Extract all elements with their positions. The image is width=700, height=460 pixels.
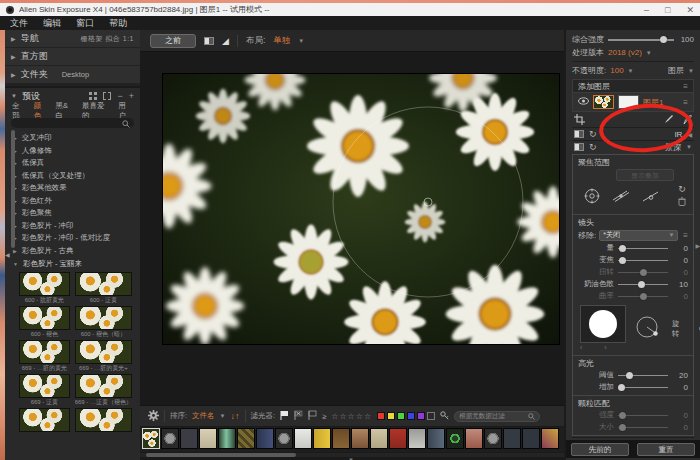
trash-icon[interactable] (678, 197, 686, 208)
preset-category[interactable]: ▶ 低保真（交叉处理） (5, 170, 140, 183)
pen-icon[interactable] (682, 114, 692, 126)
preset-category[interactable]: ▶ 彩色胶片 - 冲印 (5, 220, 140, 233)
filmstrip-thumbnail[interactable] (408, 428, 426, 449)
keyword-key-icon[interactable] (440, 411, 449, 422)
preset-category[interactable]: ▶ 人像修饰 (5, 145, 140, 158)
preset-thumbnail[interactable]: 600 - 褪色 (19, 306, 70, 338)
filmstrip-thumbnail[interactable] (161, 428, 179, 449)
color-swatch[interactable] (387, 412, 395, 420)
preset-category[interactable]: ▶ 彩色其他效果 (5, 182, 140, 195)
filmstrip-thumbnail[interactable] (332, 428, 350, 449)
filmstrip-thumbnail[interactable] (180, 428, 198, 449)
preset-category[interactable]: ▶ 彩色红外 (5, 195, 140, 208)
panel-header-ir[interactable]: ↻ IR ◀ (572, 127, 694, 140)
preset-thumbnail[interactable]: 669 - 泛黄 (19, 374, 70, 406)
layer-mask-thumbnail[interactable] (618, 95, 639, 109)
filmstrip-thumbnail[interactable] (389, 428, 407, 449)
filmstrip-thumbnail[interactable] (370, 428, 388, 449)
panel-header-bokeh[interactable]: ↻ 景深 ▼ (572, 140, 694, 153)
minimize-button[interactable]: – (644, 5, 649, 15)
preset-category[interactable]: ▶ 彩色聚焦 (5, 207, 140, 220)
chevron-left-icon[interactable]: ◀ (687, 131, 692, 138)
flag-unflagged-icon[interactable] (308, 410, 317, 422)
reset-button[interactable]: 重置 (637, 443, 695, 456)
close-button[interactable]: ✕ (686, 5, 694, 15)
filmstrip-thumbnail[interactable] (446, 428, 464, 449)
expand-view-icon[interactable] (103, 92, 111, 100)
reset-icon[interactable]: ↻ (589, 143, 597, 151)
filmstrip-thumbnail[interactable] (503, 428, 521, 449)
filmstrip-thumbnail[interactable] (237, 428, 255, 449)
radial-focus-icon[interactable] (584, 188, 600, 206)
navigation-view-options[interactable]: 栅格架 拟合 1:1 (80, 34, 134, 44)
filmstrip-thumbnail[interactable] (142, 428, 160, 449)
layers-header[interactable]: 图层 (668, 65, 684, 76)
color-swatch[interactable] (417, 412, 425, 420)
filmstrip-thumbnail[interactable] (484, 428, 502, 449)
chevron-down-icon[interactable]: ▼ (686, 144, 692, 150)
color-swatch[interactable] (397, 412, 405, 420)
panel-histogram[interactable]: ▶ 直方图 (5, 48, 140, 65)
preset-thumbnail[interactable] (75, 408, 132, 440)
right-panel-collapse-icon[interactable]: ▶ (695, 242, 700, 249)
reset-icon[interactable]: ↻ (678, 185, 686, 193)
layer-row[interactable]: 图层1 ≡ (573, 93, 693, 111)
menu-item[interactable]: 窗口 (76, 17, 94, 30)
panel-folders[interactable]: ▶ 文件夹 Desktop (5, 66, 140, 83)
add-preset-button[interactable]: + (129, 91, 134, 101)
intensity-slider[interactable] (608, 35, 674, 44)
slider[interactable] (618, 383, 668, 392)
grid-view-icon[interactable] (89, 92, 97, 100)
filmstrip-thumbnail[interactable] (294, 428, 312, 449)
slider[interactable] (618, 280, 668, 289)
preset-thumbnail[interactable]: 600 - 泛黄 (75, 272, 132, 304)
preset-group-expanded[interactable]: ▼ 彩色胶片 - 宝丽来 (5, 257, 140, 270)
menu-lines-icon[interactable]: ≡ (683, 98, 688, 107)
slider[interactable] (618, 256, 668, 265)
slider[interactable] (618, 423, 668, 432)
layer-thumbnail[interactable] (593, 95, 614, 109)
opacity-value[interactable]: 100 (610, 66, 623, 75)
previous-button[interactable]: 先前的 (571, 443, 629, 456)
brush-icon[interactable] (664, 114, 674, 126)
sort-value[interactable]: 文件名 (192, 411, 215, 421)
layout-value[interactable]: 单独 (273, 35, 290, 47)
version-value[interactable]: 2018 (v2) (608, 48, 642, 57)
preset-thumbnail[interactable]: 669 - …脏的黄光+ (75, 340, 132, 372)
show-overlay-button[interactable]: 显示叠加 (616, 169, 674, 181)
preset-thumbnail[interactable]: 600 - 褪色（暗） (75, 306, 132, 338)
chevron-down-icon[interactable]: ▼ (646, 50, 652, 56)
crop-icon[interactable] (574, 114, 585, 127)
preset-category[interactable]: ▶ 彩色胶片 - 古典 (5, 245, 140, 258)
star-rating-filter[interactable]: ☆☆☆☆☆ (331, 412, 372, 421)
chevron-down-icon[interactable]: ▼ (628, 68, 634, 74)
planar-focus-icon[interactable] (612, 189, 630, 204)
filmstrip-thumbnail[interactable] (522, 428, 540, 449)
chevron-down-icon[interactable]: ▼ (688, 68, 694, 74)
gear-icon[interactable] (148, 410, 159, 423)
color-swatch[interactable] (407, 412, 415, 420)
color-swatch[interactable] (377, 412, 385, 420)
flag-reject-icon[interactable] (294, 410, 303, 422)
filmstrip-thumbnail[interactable] (256, 428, 274, 449)
chevron-down-icon[interactable]: ▼ (220, 413, 226, 419)
compare-triangle-icon[interactable]: ◢ (222, 36, 229, 46)
sort-direction-icon[interactable]: ↓↑ (231, 411, 240, 421)
folders-current[interactable]: Desktop (62, 70, 90, 79)
collapse-all-button[interactable]: − (117, 91, 122, 101)
split-preview-icon[interactable] (574, 130, 584, 138)
preset-thumbnail[interactable] (19, 408, 70, 440)
filmstrip-thumbnail[interactable] (351, 428, 369, 449)
panel-navigation[interactable]: ▶ 导航 栅格架 拟合 1:1 (5, 30, 140, 47)
filmstrip-thumbnail[interactable] (218, 428, 236, 449)
maximize-button[interactable]: □ (665, 5, 670, 15)
slider[interactable] (618, 268, 668, 277)
filmstrip-thumbnail[interactable] (465, 428, 483, 449)
split-preview-icon[interactable] (574, 143, 584, 151)
menu-item[interactable]: 文件 (10, 17, 28, 30)
preset-category[interactable]: ▶ 彩色胶片 - 冲印 - 低对比度 (5, 232, 140, 245)
lens-select[interactable]: *关闭 ▼ (599, 230, 678, 241)
slider[interactable] (618, 371, 668, 380)
menu-lines-icon[interactable]: ≡ (683, 82, 688, 91)
layer-name[interactable]: 图层1 (643, 97, 663, 108)
